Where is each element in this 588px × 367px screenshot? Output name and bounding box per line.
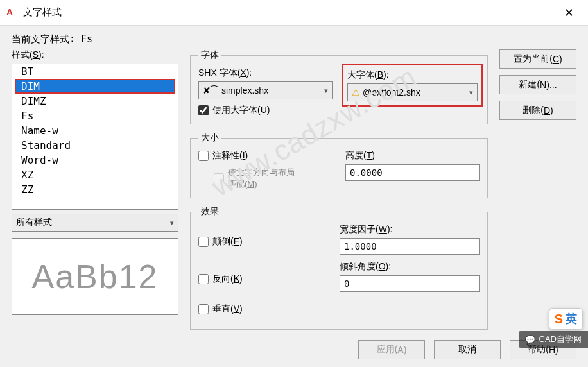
shx-font-label: SHX 字体(X):	[198, 67, 333, 79]
backwards-input[interactable]	[198, 274, 209, 284]
backwards-checkbox[interactable]: 反向(K)	[198, 273, 327, 285]
shx-font-value: simplex.shx	[221, 85, 268, 96]
app-logo-icon: A	[6, 7, 18, 19]
styles-label: 样式(S):	[12, 49, 178, 61]
wechat-text: CAD自学网	[539, 334, 582, 345]
oblique-angle-label: 倾斜角度(O):	[340, 261, 480, 273]
set-current-button[interactable]: 置为当前(C)	[499, 49, 576, 69]
oblique-angle-field[interactable]	[340, 275, 480, 292]
current-style-value: Fs	[81, 33, 92, 45]
list-item[interactable]: XZ	[12, 167, 178, 182]
vertical-checkbox[interactable]: 垂直(V)	[198, 303, 327, 315]
style-preview: AaBb12	[12, 238, 178, 315]
close-button[interactable]: ✕	[556, 0, 582, 26]
list-item[interactable]: Name-w	[12, 123, 178, 138]
wechat-icon: 💬	[525, 335, 535, 345]
chevron-down-icon: ▾	[170, 219, 174, 227]
upside-down-checkbox[interactable]: 颠倒(E)	[198, 236, 327, 248]
new-button[interactable]: 新建(N)...	[499, 75, 576, 94]
ime-badge[interactable]: S 英	[549, 308, 583, 330]
bigfont-highlight: 大字体(B): ⚠ @extfont2.shx ▾	[342, 64, 483, 107]
cancel-button[interactable]: 取消	[434, 340, 501, 359]
annotative-checkbox[interactable]: 注释性(I)	[198, 150, 333, 162]
ime-mode-label: 英	[566, 311, 577, 327]
style-filter-select[interactable]: 所有样式 ▾	[12, 214, 178, 232]
bigfont-label: 大字体(B):	[347, 69, 478, 81]
height-field[interactable]	[345, 164, 480, 181]
upside-down-input[interactable]	[198, 237, 209, 247]
width-factor-field[interactable]	[340, 238, 480, 255]
font-group-legend: 字体	[198, 49, 221, 61]
size-group-legend: 大小	[198, 132, 221, 144]
titlebar: A 文字样式 ✕	[0, 0, 588, 26]
font-group: 字体 SHX 字体(X): ✘⁀ simplex.shx ▾	[190, 49, 488, 124]
vertical-input[interactable]	[198, 304, 209, 314]
use-bigfont-checkbox[interactable]: 使用大字体(U)	[198, 105, 333, 116]
chevron-down-icon: ▾	[324, 87, 328, 95]
wechat-attribution: 💬 CAD自学网	[519, 331, 588, 348]
list-item[interactable]: Fs	[12, 108, 178, 123]
font-icon: ✘⁀	[203, 85, 218, 96]
warning-icon: ⚠	[352, 87, 360, 98]
use-bigfont-input[interactable]	[198, 105, 209, 115]
annotative-label: 注释性(I)	[212, 150, 248, 162]
use-bigfont-label: 使用大字体(U)	[212, 105, 270, 116]
delete-button[interactable]: 删除(D)	[499, 101, 576, 120]
list-item[interactable]: BT	[12, 64, 178, 79]
bigfont-select[interactable]: ⚠ @extfont2.shx ▾	[347, 83, 478, 101]
shx-font-select[interactable]: ✘⁀ simplex.shx ▾	[198, 81, 333, 99]
backwards-label: 反向(K)	[212, 273, 243, 285]
apply-button[interactable]: 应用(A)	[358, 340, 425, 359]
match-orient-input	[214, 173, 224, 184]
list-item-selected[interactable]: DIM	[15, 79, 175, 94]
vertical-label: 垂直(V)	[212, 303, 243, 315]
effects-group-legend: 效果	[198, 206, 221, 218]
match-orient-checkbox: 使文字方向与布局匹配(M)	[214, 167, 333, 190]
sogou-icon: S	[555, 312, 563, 327]
list-item[interactable]: DIMZ	[12, 94, 178, 108]
list-item[interactable]: Standard	[12, 138, 178, 153]
width-factor-label: 宽度因子(W):	[340, 224, 480, 235]
bigfont-value: @extfont2.shx	[363, 87, 420, 98]
current-style-row: 当前文字样式: Fs	[12, 33, 576, 46]
list-item[interactable]: Word-w	[12, 153, 178, 167]
annotative-input[interactable]	[198, 151, 209, 161]
upside-down-label: 颠倒(E)	[212, 236, 243, 248]
match-orient-label: 使文字方向与布局匹配(M)	[228, 167, 295, 190]
current-style-label: 当前文字样式:	[12, 33, 75, 45]
size-group: 大小 注释性(I) 使文字方向与布局匹配(M) 高度(T)	[190, 132, 488, 198]
chevron-down-icon: ▾	[469, 89, 473, 97]
effects-group: 效果 颠倒(E) 宽度因子(W): 反向(K)	[190, 206, 488, 330]
window-title: 文字样式	[23, 6, 556, 19]
height-label: 高度(T)	[345, 150, 480, 162]
list-item[interactable]: ZZ	[12, 182, 178, 197]
styles-listbox[interactable]: BT DIM DIMZ Fs Name-w Standard Word-w XZ…	[12, 64, 178, 210]
style-filter-value: 所有样式	[16, 217, 52, 228]
